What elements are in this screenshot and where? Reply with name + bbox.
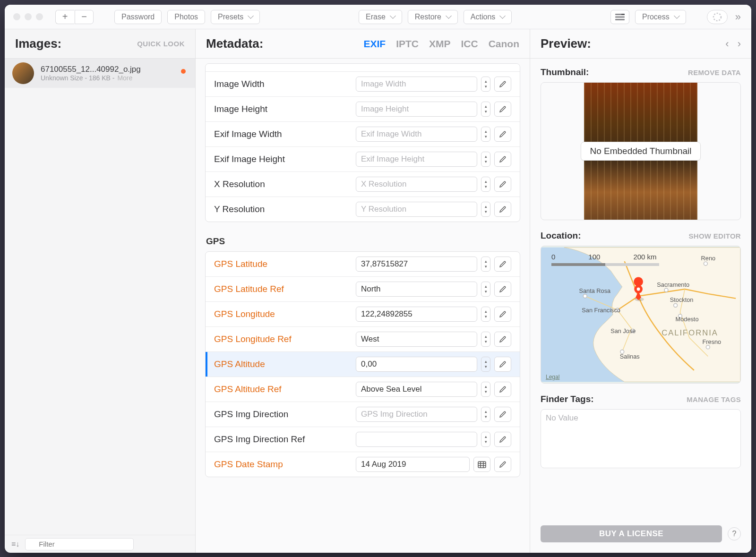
exif-image-height-stepper[interactable]: ▴▾ bbox=[481, 152, 490, 167]
minimize-window-icon[interactable] bbox=[25, 13, 32, 20]
gps-longitude-ref-stepper[interactable]: ▴▾ bbox=[481, 332, 490, 347]
tab-icc[interactable]: ICC bbox=[461, 38, 478, 50]
meta-label: GPS Img Direction bbox=[214, 409, 351, 420]
y-resolution-edit-icon[interactable] bbox=[494, 202, 511, 217]
buy-license-button[interactable]: BUY A LICENSE bbox=[541, 525, 722, 542]
remove-data-button[interactable]: REMOVE DATA bbox=[688, 69, 741, 77]
gps-img-direction-stepper[interactable]: ▴▾ bbox=[481, 407, 490, 422]
x-resolution-input[interactable] bbox=[356, 177, 477, 192]
gps-altitude-ref-input[interactable] bbox=[356, 382, 477, 397]
svg-text:San Jose: San Jose bbox=[610, 327, 636, 334]
gps-date-stamp-edit-icon[interactable] bbox=[494, 457, 511, 472]
preview-title: Preview: bbox=[541, 36, 591, 51]
gps-img-direction-edit-icon[interactable] bbox=[494, 407, 511, 422]
image-height-edit-icon[interactable] bbox=[494, 102, 511, 117]
gps-img-direction-ref-edit-icon[interactable] bbox=[494, 432, 511, 447]
prev-icon[interactable]: ‹ bbox=[725, 38, 729, 50]
meta-label: Image Height bbox=[214, 104, 351, 114]
gps-altitude-stepper[interactable]: ▴▾ bbox=[481, 357, 490, 372]
svg-point-13 bbox=[637, 288, 640, 291]
gps-latitude-stepper[interactable]: ▴▾ bbox=[481, 257, 490, 272]
tab-iptc[interactable]: IPTC bbox=[396, 38, 419, 50]
thumbnail-box: No Embedded Thumbnail bbox=[541, 82, 741, 220]
gps-altitude-input[interactable] bbox=[356, 357, 477, 372]
gps-latitude-ref-stepper[interactable]: ▴▾ bbox=[481, 282, 490, 297]
gps-latitude-input[interactable] bbox=[356, 257, 477, 272]
image-height-input[interactable] bbox=[356, 102, 477, 117]
presets-dropdown[interactable]: Presets bbox=[211, 10, 260, 24]
process-dropdown[interactable]: Process bbox=[635, 10, 686, 24]
filter-input[interactable] bbox=[25, 538, 134, 550]
x-resolution-edit-icon[interactable] bbox=[494, 177, 511, 192]
gps-longitude-ref-edit-icon[interactable] bbox=[494, 332, 511, 347]
exif-image-height-edit-icon[interactable] bbox=[494, 152, 511, 167]
scale-bar-icon bbox=[551, 263, 659, 266]
gps-img-direction-ref-input[interactable] bbox=[356, 432, 477, 447]
remove-button[interactable]: − bbox=[75, 10, 94, 24]
photos-button[interactable]: Photos bbox=[167, 10, 205, 24]
traffic-lights bbox=[13, 13, 43, 20]
erase-dropdown[interactable]: Erase bbox=[359, 10, 402, 24]
image-width-stepper[interactable]: ▴▾ bbox=[481, 77, 490, 92]
tab-exif[interactable]: EXIF bbox=[363, 38, 386, 50]
image-list-item[interactable]: 67100555_12...40992_o.jpg Unknown Size -… bbox=[5, 59, 195, 88]
help-icon[interactable]: ? bbox=[728, 527, 741, 540]
meta-row-x-resolution: X Resolution▴▾ bbox=[206, 171, 520, 197]
gps-longitude-input[interactable] bbox=[356, 307, 477, 322]
y-resolution-stepper[interactable]: ▴▾ bbox=[481, 202, 490, 217]
progress-icon[interactable] bbox=[707, 10, 728, 24]
gps-longitude-edit-icon[interactable] bbox=[494, 307, 511, 322]
next-icon[interactable]: › bbox=[738, 38, 741, 50]
titlebar: + − Password Photos Presets Erase Restor… bbox=[5, 5, 751, 29]
meta-row-exif-image-height: Exif Image Height▴▾ bbox=[206, 146, 520, 171]
tab-canon[interactable]: Canon bbox=[489, 38, 519, 50]
location-map[interactable]: 0 100 200 km bbox=[541, 246, 741, 384]
add-button[interactable]: + bbox=[55, 10, 74, 24]
gps-altitude-edit-icon[interactable] bbox=[494, 357, 511, 372]
finder-tags-field[interactable]: No Value bbox=[541, 409, 741, 468]
overflow-icon[interactable]: » bbox=[733, 11, 743, 23]
no-embedded-thumbnail-badge: No Embedded Thumbnail bbox=[581, 142, 700, 161]
tab-xmp[interactable]: XMP bbox=[429, 38, 451, 50]
image-width-edit-icon[interactable] bbox=[494, 77, 511, 92]
y-resolution-input[interactable] bbox=[356, 202, 477, 217]
image-more-link[interactable]: More bbox=[117, 74, 132, 82]
manage-tags-button[interactable]: MANAGE TAGS bbox=[687, 395, 741, 403]
exif-image-width-edit-icon[interactable] bbox=[494, 127, 511, 142]
show-editor-button[interactable]: SHOW EDITOR bbox=[688, 232, 741, 240]
view-toggle-icon[interactable] bbox=[610, 10, 629, 24]
svg-text:Salinas: Salinas bbox=[620, 353, 640, 360]
exif-image-width-stepper[interactable]: ▴▾ bbox=[481, 127, 490, 142]
meta-row-gps-longitude-ref: GPS Longitude Ref▴▾ bbox=[206, 326, 520, 351]
gps-latitude-edit-icon[interactable] bbox=[494, 257, 511, 272]
meta-row-gps-img-direction: GPS Img Direction▴▾ bbox=[206, 402, 520, 427]
exif-image-height-input[interactable] bbox=[356, 152, 477, 167]
image-height-stepper[interactable]: ▴▾ bbox=[481, 102, 490, 117]
gps-altitude-ref-stepper[interactable]: ▴▾ bbox=[481, 382, 490, 397]
password-button[interactable]: Password bbox=[114, 10, 162, 24]
exif-image-width-input[interactable] bbox=[356, 127, 477, 142]
gps-latitude-ref-input[interactable] bbox=[356, 282, 477, 297]
gps-latitude-ref-edit-icon[interactable] bbox=[494, 282, 511, 297]
zoom-window-icon[interactable] bbox=[36, 13, 43, 20]
meta-label: Exif Image Width bbox=[214, 129, 351, 139]
meta-label: GPS Latitude bbox=[214, 259, 351, 269]
gps-longitude-stepper[interactable]: ▴▾ bbox=[481, 307, 490, 322]
gps-img-direction-ref-stepper[interactable]: ▴▾ bbox=[481, 432, 490, 447]
gps-date-stamp-calendar-icon[interactable] bbox=[473, 457, 490, 472]
image-width-input[interactable] bbox=[356, 77, 477, 92]
scale-200: 200 km bbox=[633, 253, 656, 261]
gps-img-direction-input[interactable] bbox=[356, 407, 477, 422]
gps-date-stamp-input[interactable] bbox=[356, 457, 470, 472]
x-resolution-stepper[interactable]: ▴▾ bbox=[481, 177, 490, 192]
gps-altitude-ref-edit-icon[interactable] bbox=[494, 382, 511, 397]
actions-dropdown[interactable]: Actions bbox=[464, 10, 512, 24]
gps-longitude-ref-input[interactable] bbox=[356, 332, 477, 347]
quick-look-button[interactable]: QUICK LOOK bbox=[137, 40, 185, 48]
svg-text:CALIFORNIA: CALIFORNIA bbox=[662, 328, 718, 337]
map-legal-link[interactable]: Legal bbox=[546, 374, 559, 380]
restore-dropdown[interactable]: Restore bbox=[408, 10, 458, 24]
close-window-icon[interactable] bbox=[13, 13, 20, 20]
sort-icon[interactable]: ≡↓ bbox=[11, 540, 19, 548]
meta-row-gps-altitude-ref: GPS Altitude Ref▴▾ bbox=[206, 377, 520, 402]
